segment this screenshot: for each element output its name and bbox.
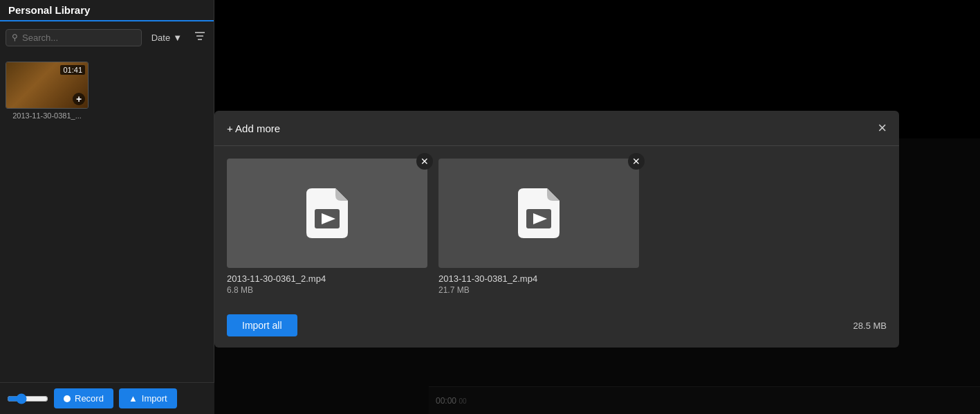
- file-thumbnail-1: ✕: [227, 159, 427, 268]
- sidebar-controls: ⚲ Date ▼: [0, 21, 214, 53]
- list-item[interactable]: 01:41 + 2013-11-30-0381_...: [6, 59, 89, 123]
- modal-files-list: ✕ 2013-11-30-0361_2.mp4 6.8 MB: [214, 146, 899, 307]
- sidebar-title: Personal Library: [8, 4, 205, 20]
- file-card: ✕ 2013-11-30-0381_2.mp4 21.7 MB: [438, 159, 639, 295]
- remove-file-1-button[interactable]: ✕: [416, 153, 433, 170]
- bottom-toolbar: Record ▲ Import: [0, 382, 214, 414]
- file-size-2: 21.7 MB: [438, 285, 537, 295]
- add-to-timeline-icon[interactable]: +: [73, 93, 85, 105]
- close-icon: ×: [878, 119, 887, 136]
- date-label: Date: [151, 33, 170, 43]
- file-size-1: 6.8 MB: [227, 285, 326, 295]
- close-modal-button[interactable]: ×: [878, 120, 887, 136]
- zoom-slider-container: [7, 393, 48, 404]
- date-sort-button[interactable]: Date ▼: [147, 30, 186, 46]
- import-all-button[interactable]: Import all: [227, 314, 297, 336]
- import-all-label: Import all: [242, 320, 282, 331]
- search-input[interactable]: [22, 33, 136, 43]
- import-modal: + Add more ×: [214, 111, 899, 348]
- sidebar-header: Personal Library: [0, 0, 214, 21]
- total-size-label: 28.5 MB: [853, 321, 887, 331]
- sidebar: Personal Library ⚲ Date ▼: [0, 0, 214, 414]
- file-name-2: 2013-11-30-0381_2.mp4: [438, 273, 537, 284]
- record-label: Record: [75, 393, 104, 404]
- video-file-icon: [306, 188, 348, 238]
- record-button[interactable]: Record: [54, 388, 113, 408]
- media-list: 01:41 + 2013-11-30-0381_...: [0, 53, 214, 414]
- search-box: ⚲: [6, 29, 142, 46]
- media-thumbnail: 01:41 +: [6, 62, 89, 109]
- file-thumbnail-2: ✕: [438, 159, 639, 268]
- file-name-1: 2013-11-30-0361_2.mp4: [227, 273, 326, 284]
- modal-header: + Add more ×: [214, 111, 899, 146]
- video-file-icon: [518, 188, 560, 238]
- record-icon: [64, 395, 71, 402]
- chevron-down-icon: ▼: [173, 33, 182, 43]
- zoom-slider[interactable]: [7, 393, 48, 404]
- add-more-button[interactable]: + Add more: [227, 123, 280, 134]
- remove-file-2-button[interactable]: ✕: [628, 153, 645, 170]
- modal-footer: Import all 28.5 MB: [214, 307, 899, 348]
- file-card: ✕ 2013-11-30-0361_2.mp4 6.8 MB: [227, 159, 427, 295]
- add-more-label: + Add more: [227, 123, 280, 134]
- file-info-2: 2013-11-30-0381_2.mp4 21.7 MB: [438, 273, 537, 295]
- modal-overlay: + Add more ×: [214, 111, 980, 414]
- upload-icon: ▲: [129, 393, 138, 404]
- file-info-1: 2013-11-30-0361_2.mp4 6.8 MB: [227, 273, 326, 295]
- filter-button[interactable]: [192, 28, 208, 46]
- app-container: Personal Library ⚲ Date ▼: [0, 0, 980, 414]
- media-filename: 2013-11-30-0381_...: [6, 111, 89, 120]
- import-label: Import: [142, 393, 167, 404]
- duration-badge: 01:41: [60, 65, 85, 75]
- import-button[interactable]: ▲ Import: [119, 388, 177, 408]
- search-icon: ⚲: [12, 33, 18, 42]
- main-area: 00:00 00 + Add more ×: [214, 0, 980, 414]
